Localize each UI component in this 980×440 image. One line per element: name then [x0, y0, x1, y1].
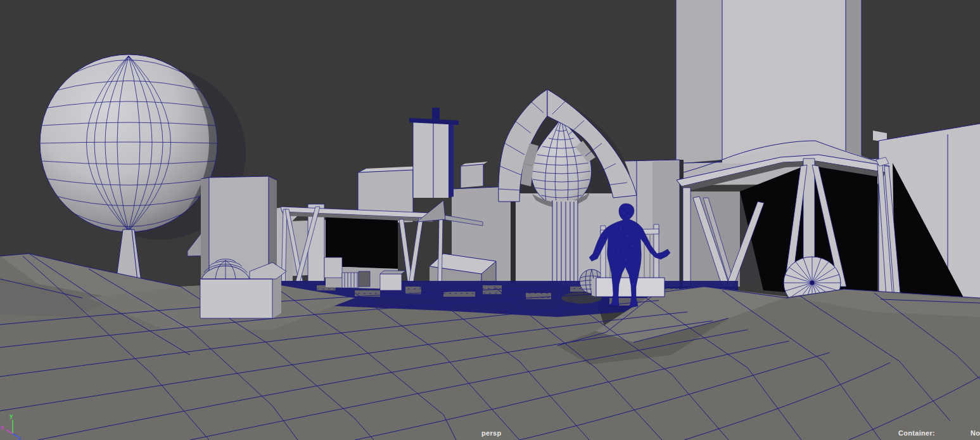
container-hud-value: None [970, 429, 980, 437]
maya-3d-viewport[interactable]: y x z persp Container: None [0, 0, 980, 440]
container-hud-label: Container: [898, 429, 935, 437]
camera-name-label: persp [481, 429, 501, 437]
axis-y-label: y [10, 413, 13, 419]
axis-z-label: z [18, 435, 21, 440]
tall-tower-mesh[interactable] [659, 0, 881, 185]
axis-x-label: x [1, 424, 4, 430]
scene-canvas[interactable]: y x z [0, 0, 980, 440]
center-tower-mesh[interactable] [409, 108, 459, 198]
